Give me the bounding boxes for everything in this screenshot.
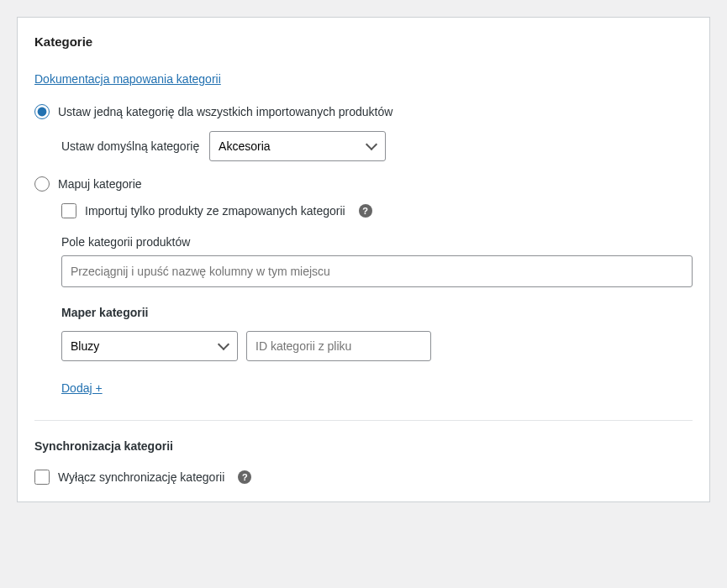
mapper-category-select[interactable]: Bluzy: [61, 331, 238, 361]
default-category-select[interactable]: Akcesoria: [209, 131, 386, 161]
checkbox-disable-sync-label: Wyłącz synchronizację kategorii: [58, 470, 224, 484]
radio-single-category-label: Ustaw jedną kategorię dla wszystkich imp…: [58, 105, 392, 118]
product-category-drop-input[interactable]: [61, 255, 693, 287]
help-icon[interactable]: ?: [359, 204, 372, 218]
sync-section-title: Synchronizacja kategorii: [34, 439, 693, 453]
product-category-field-label: Pole kategorii produktów: [61, 235, 693, 249]
mapper-file-id-input[interactable]: [246, 331, 431, 361]
mapper-label: Maper kategorii: [61, 306, 693, 319]
mapper-select-wrap: Bluzy: [61, 331, 238, 361]
checkbox-disable-sync[interactable]: [34, 470, 50, 485]
default-category-select-wrap: Akcesoria: [209, 131, 386, 161]
default-category-label: Ustaw domyślną kategorię: [61, 139, 199, 153]
help-icon[interactable]: ?: [238, 470, 251, 484]
add-mapping-link[interactable]: Dodaj +: [61, 381, 103, 395]
radio-map-categories-label: Mapuj kategorie: [58, 177, 142, 191]
radio-single-category[interactable]: [34, 104, 50, 119]
section-divider: [34, 420, 693, 421]
panel-title: Kategorie: [34, 34, 693, 49]
checkbox-import-only-mapped-label: Importuj tylko produkty ze zmapowanych k…: [85, 204, 345, 218]
documentation-link[interactable]: Dokumentacja mapowania kategorii: [34, 72, 221, 86]
checkbox-import-only-mapped[interactable]: [61, 203, 76, 218]
option-single-category: Ustaw jedną kategorię dla wszystkich imp…: [34, 104, 693, 161]
categories-panel: Kategorie Dokumentacja mapowania kategor…: [17, 17, 710, 502]
radio-map-categories[interactable]: [34, 176, 50, 192]
option-map-categories: Mapuj kategorie Importuj tylko produkty …: [34, 176, 693, 395]
